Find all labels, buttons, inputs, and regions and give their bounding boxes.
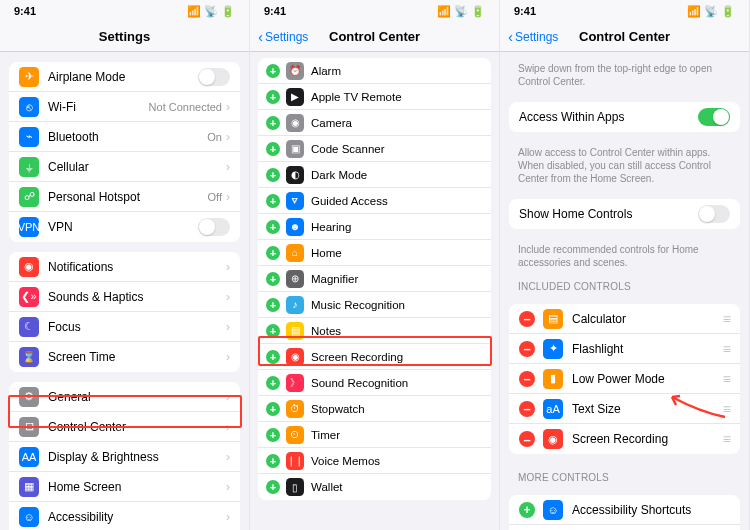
row-general[interactable]: ⚙General› — [9, 382, 240, 412]
row-accessibility[interactable]: ☺Accessibility› — [9, 502, 240, 530]
row-cellular[interactable]: ⏚Cellular› — [9, 152, 240, 182]
row-wi-fi[interactable]: ⎋Wi-FiNot Connected› — [9, 92, 240, 122]
add-button[interactable]: + — [266, 220, 280, 234]
row-hearing[interactable]: +☻Hearing — [258, 214, 491, 240]
cc-scroll[interactable]: Swipe down from the top-right edge to op… — [500, 52, 749, 530]
group-connectivity: ✈︎Airplane Mode⎋Wi-FiNot Connected›⌁Blue… — [9, 62, 240, 242]
add-button[interactable]: + — [266, 90, 280, 104]
drag-handle-icon[interactable]: ≡ — [723, 401, 730, 417]
row-voice-memos[interactable]: +❘❘Voice Memos — [258, 448, 491, 474]
more-header: MORE CONTROLS — [500, 464, 749, 485]
row-apple-tv-remote[interactable]: +▶Apple TV Remote — [258, 84, 491, 110]
add-button[interactable]: + — [266, 376, 280, 390]
row-focus[interactable]: ☾Focus› — [9, 312, 240, 342]
row-alarm[interactable]: +⏰Alarm — [258, 58, 491, 84]
included-header: INCLUDED CONTROLS — [500, 273, 749, 294]
add-button[interactable]: + — [266, 428, 280, 442]
row-label: Alarm — [311, 65, 483, 77]
row-vpn[interactable]: VPNVPN — [9, 212, 240, 242]
add-button[interactable]: + — [266, 64, 280, 78]
row-wallet[interactable]: +▯Wallet — [258, 474, 491, 500]
remove-button[interactable]: – — [519, 431, 535, 447]
add-button[interactable]: + — [266, 116, 280, 130]
row-home[interactable]: +⌂Home — [258, 240, 491, 266]
row-label: Flashlight — [572, 342, 723, 356]
drag-handle-icon[interactable]: ≡ — [723, 341, 730, 357]
row-magnifier[interactable]: +⊕Magnifier — [258, 266, 491, 292]
row-label: Sound Recognition — [311, 377, 483, 389]
add-button[interactable]: + — [266, 142, 280, 156]
row-label: Apple TV Remote — [311, 91, 483, 103]
drag-handle-icon[interactable]: ≡ — [723, 311, 730, 327]
back-button[interactable]: ‹Settings — [508, 28, 558, 45]
add-button[interactable]: + — [266, 324, 280, 338]
row-notes[interactable]: +▤Notes — [258, 318, 491, 344]
row-label: Camera — [311, 117, 483, 129]
back-button[interactable]: ‹Settings — [258, 28, 308, 45]
row-camera[interactable]: +◉Camera — [258, 110, 491, 136]
toggle[interactable] — [198, 68, 230, 86]
row-label: Stopwatch — [311, 403, 483, 415]
app-icon: ☾ — [19, 317, 39, 337]
row-label: Focus — [48, 320, 226, 334]
row-personal-hotspot[interactable]: ☍Personal HotspotOff› — [9, 182, 240, 212]
row-text-size[interactable]: –aAText Size≡ — [509, 394, 740, 424]
battery-icon: 🔋 — [721, 5, 735, 18]
remove-button[interactable]: – — [519, 371, 535, 387]
row-calculator[interactable]: –▤Calculator≡ — [509, 304, 740, 334]
row-alarm[interactable]: +⏰Alarm — [509, 525, 740, 530]
drag-handle-icon[interactable]: ≡ — [723, 431, 730, 447]
wifi-icon: 📡 — [704, 5, 718, 18]
row-home-screen[interactable]: ▦Home Screen› — [9, 472, 240, 502]
row-code-scanner[interactable]: +▣Code Scanner — [258, 136, 491, 162]
add-button[interactable]: + — [266, 194, 280, 208]
controls-scroll[interactable]: +⏰Alarm+▶Apple TV Remote+◉Camera+▣Code S… — [250, 52, 499, 530]
intro-text: Swipe down from the top-right edge to op… — [500, 52, 749, 92]
row-bluetooth[interactable]: ⌁BluetoothOn› — [9, 122, 240, 152]
row-notifications[interactable]: ◉Notifications› — [9, 252, 240, 282]
add-button[interactable]: + — [266, 350, 280, 364]
row-label: Notifications — [48, 260, 226, 274]
add-button[interactable]: + — [266, 272, 280, 286]
add-button[interactable]: + — [266, 480, 280, 494]
row-sounds-haptics[interactable]: ❮»Sounds & Haptics› — [9, 282, 240, 312]
show-home-controls-row[interactable]: Show Home Controls — [509, 199, 740, 229]
access-toggle[interactable] — [698, 108, 730, 126]
row-flashlight[interactable]: –✦Flashlight≡ — [509, 334, 740, 364]
access-within-apps-row[interactable]: Access Within Apps — [509, 102, 740, 132]
row-stopwatch[interactable]: +⏱Stopwatch — [258, 396, 491, 422]
remove-button[interactable]: – — [519, 311, 535, 327]
add-button[interactable]: + — [266, 246, 280, 260]
add-button[interactable]: + — [266, 402, 280, 416]
row-screen-recording[interactable]: +◉Screen Recording — [258, 344, 491, 370]
remove-button[interactable]: – — [519, 341, 535, 357]
settings-scroll[interactable]: ✈︎Airplane Mode⎋Wi-FiNot Connected›⌁Blue… — [0, 52, 249, 530]
remove-button[interactable]: – — [519, 401, 535, 417]
status-indicators: 📶 📡 🔋 — [437, 5, 485, 18]
row-label: Accessibility — [48, 510, 226, 524]
group-general: ⚙General›⊟Control Center›AADisplay & Bri… — [9, 382, 240, 530]
row-accessibility-shortcuts[interactable]: +☺Accessibility Shortcuts — [509, 495, 740, 525]
toggle[interactable] — [198, 218, 230, 236]
row-control-center[interactable]: ⊟Control Center› — [9, 412, 240, 442]
row-guided-access[interactable]: +⛛Guided Access — [258, 188, 491, 214]
drag-handle-icon[interactable]: ≡ — [723, 371, 730, 387]
row-airplane-mode[interactable]: ✈︎Airplane Mode — [9, 62, 240, 92]
add-button[interactable]: + — [519, 502, 535, 518]
add-button[interactable]: + — [266, 168, 280, 182]
row-timer[interactable]: +⏲Timer — [258, 422, 491, 448]
home-toggle[interactable] — [698, 205, 730, 223]
page-title: Control Center — [329, 29, 420, 44]
add-button[interactable]: + — [266, 454, 280, 468]
row-sound-recognition[interactable]: +》Sound Recognition — [258, 370, 491, 396]
chevron-right-icon: › — [226, 420, 230, 434]
row-screen-recording[interactable]: –◉Screen Recording≡ — [509, 424, 740, 454]
row-label: Timer — [311, 429, 483, 441]
row-dark-mode[interactable]: +◐Dark Mode — [258, 162, 491, 188]
add-button[interactable]: + — [266, 298, 280, 312]
row-display-brightness[interactable]: AADisplay & Brightness› — [9, 442, 240, 472]
row-screen-time[interactable]: ⌛Screen Time› — [9, 342, 240, 372]
app-icon: ⌂ — [286, 244, 304, 262]
row-low-power-mode[interactable]: –▮Low Power Mode≡ — [509, 364, 740, 394]
row-music-recognition[interactable]: +♪Music Recognition — [258, 292, 491, 318]
